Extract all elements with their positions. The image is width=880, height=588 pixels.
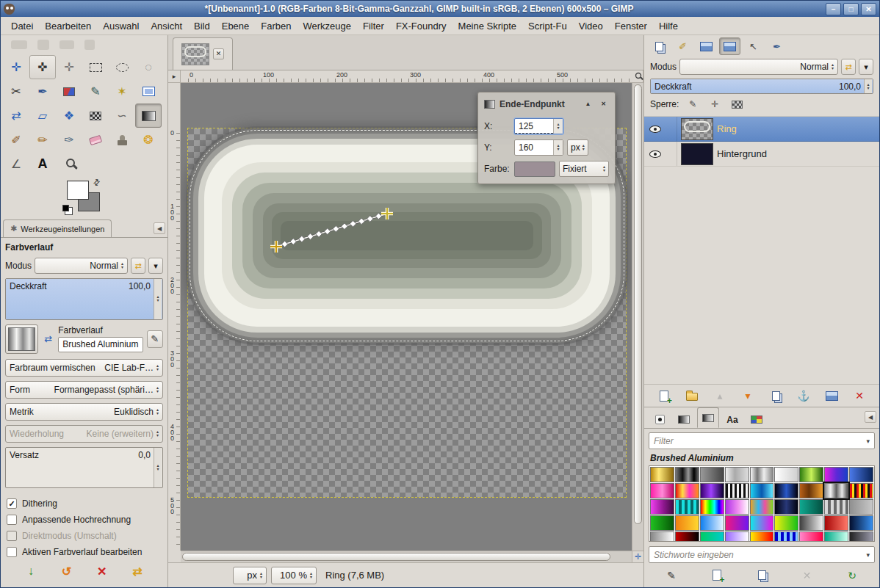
gradient-swatch[interactable] xyxy=(799,483,823,498)
gradient-swatch[interactable] xyxy=(799,467,823,482)
dock-tab-pipette[interactable]: ✒ xyxy=(766,37,787,55)
gradient-swatch[interactable] xyxy=(824,483,848,498)
h-scroll-thumb[interactable] xyxy=(182,553,610,561)
menu-video[interactable]: Video xyxy=(573,18,609,34)
dock-tab-brush[interactable]: ✐ xyxy=(672,37,693,55)
gradient-swatch[interactable] xyxy=(750,531,774,542)
gradient-swatch[interactable] xyxy=(650,515,674,531)
menu-script-fu[interactable]: Script-Fu xyxy=(522,18,573,34)
gradient-swatch[interactable] xyxy=(824,515,848,531)
gradient-swatch[interactable] xyxy=(849,515,873,531)
x-input[interactable]: 125 ▴▾ xyxy=(514,118,563,134)
dock-tab-pointer[interactable]: ↖ xyxy=(743,37,764,55)
dock-collapse-button[interactable]: ◀ xyxy=(154,222,165,234)
opacity-slider[interactable]: Deckkraft 100,0 ▴▾ xyxy=(5,278,163,320)
tool-clone[interactable] xyxy=(109,128,135,152)
gradient-swatch[interactable] xyxy=(650,483,674,498)
zoom-spinner[interactable]: 100 % ▴▾ xyxy=(271,567,317,584)
visibility-toggle[interactable] xyxy=(647,150,663,158)
dock-tab-image-a[interactable] xyxy=(696,37,717,55)
metric-select[interactable]: Metrik Euklidisch ▴▾ xyxy=(5,403,163,421)
menu-ebene[interactable]: Ebene xyxy=(216,18,256,34)
gradient-swatch[interactable] xyxy=(725,531,749,542)
gradient-swatch[interactable] xyxy=(824,499,848,515)
tool-ellipse-select[interactable] xyxy=(109,55,135,79)
tool-perspective[interactable]: ▱ xyxy=(29,104,56,128)
menu-ansicht[interactable]: Ansicht xyxy=(145,18,188,34)
swap-colors-icon[interactable]: ⇄ xyxy=(91,177,103,189)
dock-tab-image-b[interactable] xyxy=(719,37,740,55)
lock-pixels-button[interactable]: ✎ xyxy=(685,97,701,112)
gradient-tags-input[interactable]: Stichworte eingeben ▾ xyxy=(649,546,875,563)
y-input[interactable]: 160 ▴▾ xyxy=(514,139,563,156)
gradient-swatch[interactable] xyxy=(650,499,674,515)
checkbox-1[interactable] xyxy=(7,515,17,525)
tool-eraser[interactable] xyxy=(82,128,109,152)
tool-gradient[interactable] xyxy=(135,104,162,128)
close-tab-icon[interactable]: ✕ xyxy=(213,48,224,59)
delete-preset-button[interactable]: ✕ xyxy=(87,562,118,581)
gradient-swatch[interactable] xyxy=(774,483,798,498)
gradient-swatch[interactable] xyxy=(725,499,749,515)
tool-zoom[interactable] xyxy=(56,152,82,176)
gradient-swatch[interactable] xyxy=(700,515,724,531)
unit-select[interactable]: px ▴▾ xyxy=(567,139,588,156)
mode-switch-button[interactable]: ⇄ xyxy=(841,59,856,75)
window-minimize-button[interactable]: – xyxy=(826,3,841,15)
navigation-button[interactable]: ✛ xyxy=(632,551,643,562)
new-layer-button[interactable] xyxy=(653,387,675,405)
gradient-swatch[interactable] xyxy=(675,515,699,531)
menu-bild[interactable]: Bild xyxy=(188,18,216,34)
menu-fx-foundry[interactable]: FX-Foundry xyxy=(390,18,452,34)
menu-filter[interactable]: Filter xyxy=(357,18,390,34)
new-gradient-button[interactable] xyxy=(706,566,728,584)
zoom-follow-button[interactable] xyxy=(632,70,643,83)
gradient-swatch[interactable] xyxy=(799,531,823,542)
fixed-select[interactable]: Fixiert ▴▾ xyxy=(559,161,609,177)
tool-dodge-burn[interactable]: ❂ xyxy=(135,128,162,152)
gradient-swatch[interactable] xyxy=(799,515,823,531)
tool-crosshair[interactable]: ✛ xyxy=(56,55,82,79)
tab-tool-options[interactable]: ✱ Werkzeugeinstellungen xyxy=(3,219,112,237)
default-colors-icon[interactable] xyxy=(62,205,69,211)
gradient-swatch[interactable] xyxy=(725,483,749,498)
reverse-gradient-button[interactable]: ⇄ xyxy=(42,330,54,349)
dialog-close-icon[interactable]: ✕ xyxy=(598,99,609,109)
gradient-swatch[interactable] xyxy=(700,483,724,498)
checkbox-3[interactable] xyxy=(7,547,17,557)
tab-fonts[interactable]: Aa xyxy=(721,411,743,428)
tool-color-picker[interactable] xyxy=(56,79,82,104)
tool-align[interactable]: ✜ xyxy=(29,55,56,79)
tool-paintbrush[interactable]: ✐ xyxy=(3,128,29,152)
spinner-arrows-icon[interactable]: ▴▾ xyxy=(553,119,563,134)
lock-alpha-button[interactable] xyxy=(729,97,745,112)
gradient-swatch[interactable] xyxy=(774,499,798,515)
status-unit-select[interactable]: px ▴▾ xyxy=(233,567,267,584)
mode-switch-button[interactable]: ⇄ xyxy=(131,258,145,274)
save-preset-button[interactable]: ↓ xyxy=(15,562,46,581)
gradient-swatch[interactable] xyxy=(650,531,674,542)
image-tab[interactable]: ✕ xyxy=(173,37,233,70)
menu-meine-skripte[interactable]: Meine Skripte xyxy=(452,18,522,34)
edit-gradient-button[interactable]: ✎ xyxy=(147,330,163,348)
gradient-swatch[interactable] xyxy=(725,467,749,482)
gradient-swatch[interactable] xyxy=(774,515,798,531)
gradient-swatch[interactable] xyxy=(750,499,774,515)
canvas-viewport[interactable]: Ende-Endpunkt ▲ ✕ X: 125 ▴▾ Y: xyxy=(181,83,632,551)
gradient-swatch[interactable] xyxy=(824,467,848,482)
gradient-swatch[interactable] xyxy=(849,467,873,482)
visibility-toggle[interactable] xyxy=(647,126,663,133)
menu-hilfe[interactable]: Hilfe xyxy=(653,18,684,34)
tool-measure[interactable]: ∠ xyxy=(3,152,29,176)
merge-layer-button[interactable] xyxy=(821,387,843,405)
lock-position-button[interactable]: ✛ xyxy=(707,97,723,112)
tool-rect-select[interactable] xyxy=(82,55,109,79)
tool-wand[interactable]: ✶ xyxy=(109,79,135,104)
gradient-swatch[interactable] xyxy=(700,467,724,482)
shape-select[interactable]: Form Formangepasst (sphäri… ▴▾ xyxy=(5,381,163,399)
menu-bearbeiten[interactable]: Bearbeiten xyxy=(39,18,97,34)
spinner-arrows-icon[interactable]: ▴▾ xyxy=(864,79,872,93)
tool-flip[interactable]: ⇄ xyxy=(3,104,29,128)
restore-preset-button[interactable]: ↺ xyxy=(51,562,82,581)
tool-paths[interactable]: ✒ xyxy=(29,79,56,104)
